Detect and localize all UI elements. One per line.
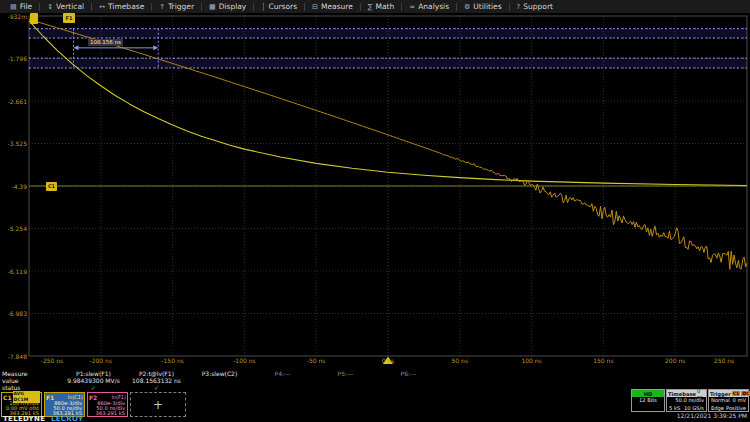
menu-item-label: Vertical (56, 2, 84, 11)
c1-zero-level-marker[interactable]: C1 (46, 182, 57, 191)
menu-bar: ▤File↕Vertical↔Timebase↑Trigger▦Display┆… (0, 0, 750, 13)
channel-box-c1[interactable]: C1AVG DC1M100 mV/div0.00 mV ofst363.291 … (1, 392, 42, 417)
menu-item-cursors[interactable]: ┆Cursors (254, 0, 304, 13)
measure-value (188, 377, 251, 384)
menu-item-math[interactable]: ∑Math (361, 0, 401, 13)
hd-box-header: HD (632, 390, 664, 397)
y-tick-label: -1.796 (0, 55, 27, 62)
plus-icon: + (153, 398, 163, 412)
menu-item-analysis[interactable]: ≈Analysis (402, 0, 456, 13)
measure-value: 108.1563132 ns (125, 377, 188, 384)
support-icon: ? (517, 3, 521, 11)
trigger-box[interactable]: Trigger C1 DC Normal 0 mV Edge Positive (708, 389, 749, 412)
menu-item-display[interactable]: ▦Display (202, 0, 253, 13)
x-tick-label: 100 ns (509, 357, 555, 364)
y-tick-label: -3.525 (0, 140, 27, 147)
measure-status (188, 384, 251, 391)
timebase-icon: ↔ (99, 3, 105, 11)
y-tick-label: -7.848 (0, 353, 27, 360)
datetime: 12/21/2021 3:39:25 PM (677, 412, 747, 419)
brand-teledyne: TELEDYNE (3, 415, 45, 422)
vertical-icon: ↕ (47, 3, 53, 11)
hd-acquisition-box[interactable]: HD 12 Bits (631, 389, 665, 412)
waveform-grid[interactable] (0, 0, 750, 370)
channel-box-f2[interactable]: F2ln(F1)860e-3/div50.0 ns/div363.291 kS (87, 392, 128, 417)
timebase-rate: 10 GS/s (684, 405, 704, 413)
measure-header[interactable]: P3:slew(C2) (188, 370, 251, 377)
trigger-icon: ↑ (159, 3, 165, 11)
measure-row-label: status (0, 384, 62, 391)
f1-zero-level-marker[interactable] (30, 13, 38, 24)
trigger-type: Edge (711, 405, 724, 413)
measure-status (251, 384, 314, 391)
menu-item-label: Utilities (473, 2, 501, 11)
trigger-mode: Normal (711, 397, 730, 405)
menu-item-label: Display (219, 2, 247, 11)
measure-row: value9.98439300 MV/s108.1563132 ns (0, 377, 750, 384)
trigger-source-badge: C1 (732, 391, 740, 397)
x-tick-label: -150 ns (150, 357, 196, 364)
timebase-box-header: Timebase 0 ns (667, 390, 706, 397)
trigger-title: Trigger (710, 391, 731, 397)
timebase-sampling: 5 kS 10 GS/s (667, 405, 706, 413)
timebase-title: Timebase (668, 391, 696, 397)
menu-item-file[interactable]: ▤File (3, 0, 39, 13)
measure-status (377, 384, 440, 391)
utilities-icon: ⚙ (464, 3, 470, 11)
brand-lecroy: LECROY (51, 415, 83, 422)
menu-item-vertical[interactable]: ↕Vertical (40, 0, 91, 13)
menu-item-measure[interactable]: ⊟Measure (305, 0, 360, 13)
traces (29, 19, 747, 269)
y-tick-label: -4.39 (0, 183, 27, 190)
menu-item-label: Timebase (108, 2, 144, 11)
measure-row-label: Measure (0, 370, 62, 377)
file-icon: ▤ (10, 3, 17, 11)
channel-id: F2 (89, 394, 97, 401)
measure-header[interactable]: P4:--- (251, 370, 314, 377)
measure-value: 9.98439300 MV/s (62, 377, 125, 384)
trigger-type-row: Edge Positive (709, 405, 748, 413)
timebase-samples: 5 kS (669, 405, 680, 413)
timebase-box[interactable]: Timebase 0 ns 50.0 ns/div 5 kS 10 GS/s (666, 389, 707, 412)
hd-bits: 12 Bits (632, 397, 664, 405)
y-tick-label: -932m (0, 13, 27, 20)
measure-header[interactable]: P1:slew(F1) (62, 370, 125, 377)
brand-logo: TELEDYNE LECROY (3, 415, 83, 422)
measure-header[interactable]: P5:--- (314, 370, 377, 377)
menu-item-support[interactable]: ?Support (510, 0, 560, 13)
oscilloscope-app: ▤File↕Vertical↔Timebase↑Trigger▦Display┆… (0, 0, 750, 422)
menu-item-timebase[interactable]: ↔Timebase (92, 0, 151, 13)
f1-ln-trace (29, 19, 747, 269)
analysis-icon: ≈ (409, 3, 415, 11)
measure-panel: MeasureP1:slew(F1)P2:t@lv(F1)P3:slew(C2)… (0, 370, 750, 391)
add-trace-button[interactable]: + (130, 392, 186, 417)
trigger-coupling-badge: DC (741, 391, 750, 397)
measure-status: ✓ (62, 384, 125, 391)
x-tick-label: 200 ns (652, 357, 698, 364)
x-tick-label: -200 ns (78, 357, 124, 364)
y-tick-label: -6.983 (0, 310, 27, 317)
f1-trace-tag[interactable]: F1 (63, 13, 75, 23)
menu-item-utilities[interactable]: ⚙Utilities (457, 0, 509, 13)
measure-status (314, 384, 377, 391)
cursor-delta-label[interactable]: 108.156 ns (88, 39, 123, 46)
measure-status: ✓ (125, 384, 188, 391)
timebase-scale: 50.0 ns/div (667, 397, 706, 405)
measure-row: MeasureP1:slew(F1)P2:t@lv(F1)P3:slew(C2)… (0, 370, 750, 377)
trigger-slope: Positive (726, 405, 746, 413)
display-icon: ▦ (209, 3, 216, 11)
y-tick-label: -6.119 (0, 268, 27, 275)
measure-header[interactable]: P6:--- (377, 370, 440, 377)
x-tick-label: 150 ns (580, 357, 626, 364)
trigger-mode-row: Normal 0 mV (709, 397, 748, 405)
y-tick-label: -2.661 (0, 98, 27, 105)
x-tick-label: -250 ns (29, 357, 75, 364)
menu-item-trigger[interactable]: ↑Trigger (152, 0, 201, 13)
channel-box-f1[interactable]: F1ln(C1)860e-3/div50.0 ns/div363.291 kS (44, 392, 85, 417)
measure-value (314, 377, 377, 384)
menu-item-label: Cursors (269, 2, 298, 11)
x-tick-label: -50 ns (293, 357, 339, 364)
x-tick-label: 50 ns (437, 357, 483, 364)
measure-header[interactable]: P2:t@lv(F1) (125, 370, 188, 377)
cursors-icon: ┆ (261, 3, 265, 11)
